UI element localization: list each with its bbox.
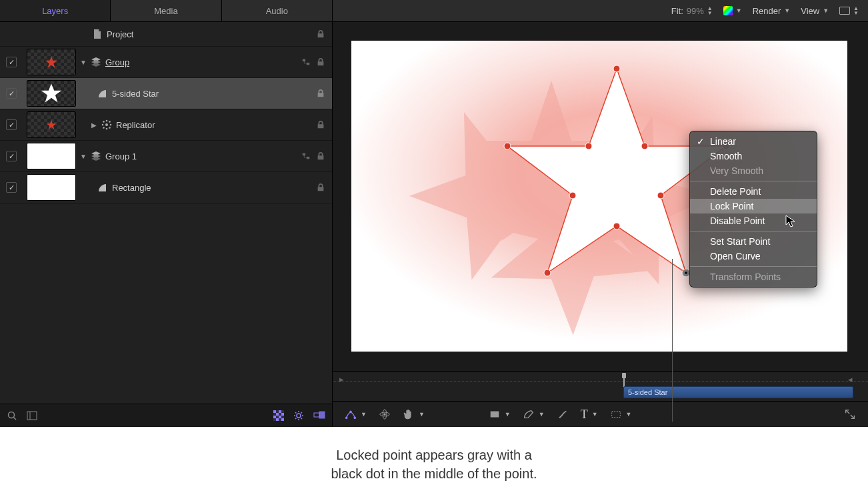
menu-item-linear[interactable]: Linear xyxy=(690,134,817,149)
tab-audio[interactable]: Audio xyxy=(222,0,332,21)
layers-sidebar: Layers Media Audio Project ✓ xyxy=(0,0,333,427)
svg-point-46 xyxy=(569,192,576,199)
layer-row-group[interactable]: ✓ ▼ Group xyxy=(0,47,332,78)
lock-icon[interactable] xyxy=(315,151,327,161)
svg-point-43 xyxy=(685,272,687,274)
lock-icon[interactable] xyxy=(315,29,327,39)
disclosure-right-icon[interactable]: ▶ xyxy=(91,121,97,129)
link-icon[interactable] xyxy=(300,57,312,67)
layer-list: Project ✓ ▼ Group ✓ xyxy=(0,22,332,404)
search-icon[interactable] xyxy=(7,410,17,421)
tab-media[interactable]: Media xyxy=(111,0,221,21)
callout-line xyxy=(672,259,673,422)
svg-rect-1 xyxy=(303,59,305,62)
display-control[interactable]: ▲▼ xyxy=(839,6,859,15)
visibility-checkbox[interactable]: ✓ xyxy=(6,119,17,130)
lock-icon[interactable] xyxy=(315,183,327,192)
mini-timeline[interactable]: ▸ ◂ 5-sided Star xyxy=(333,371,868,401)
tool-pan[interactable]: ▼ xyxy=(403,408,425,420)
svg-rect-15 xyxy=(307,157,309,159)
color-channel-control[interactable]: ▼ xyxy=(723,6,742,15)
screens-icon[interactable] xyxy=(313,411,325,420)
layer-row-rectangle[interactable]: ✓ Rectangle xyxy=(0,172,332,203)
rainbow-icon xyxy=(723,6,733,15)
svg-rect-27 xyxy=(276,418,279,421)
tool-3d-transform[interactable] xyxy=(379,408,391,420)
lock-icon[interactable] xyxy=(315,89,327,98)
svg-point-49 xyxy=(345,417,348,420)
svg-rect-30 xyxy=(314,413,319,417)
menu-item-very-smooth: Very Smooth xyxy=(690,163,817,178)
layer-label: Group xyxy=(105,57,129,67)
svg-point-9 xyxy=(110,124,112,126)
svg-rect-25 xyxy=(273,416,276,418)
svg-point-51 xyxy=(349,411,352,414)
layer-row-replicator[interactable]: ✓ ▶ Replicator xyxy=(0,109,332,141)
svg-marker-0 xyxy=(45,56,57,68)
checker-icon[interactable] xyxy=(273,410,284,421)
menu-item-transform-points: Transform Points xyxy=(690,270,817,284)
playhead[interactable] xyxy=(621,373,627,382)
svg-point-12 xyxy=(103,127,105,129)
stack-icon xyxy=(91,57,101,67)
svg-point-11 xyxy=(109,121,111,123)
layer-label: Rectangle xyxy=(112,183,151,193)
svg-marker-4 xyxy=(47,120,56,129)
svg-point-29 xyxy=(297,414,301,418)
view-menu[interactable]: View▼ xyxy=(801,6,829,16)
visibility-checkbox[interactable]: ✓ xyxy=(6,57,17,67)
sidebar-tabs: Layers Media Audio xyxy=(0,0,332,22)
menu-item-smooth[interactable]: Smooth xyxy=(690,149,817,163)
tool-edit-points[interactable]: ▼ xyxy=(345,408,367,420)
layer-row-project[interactable]: Project xyxy=(0,22,332,47)
lock-icon[interactable] xyxy=(315,57,327,67)
menu-item-delete-point[interactable]: Delete Point xyxy=(690,184,817,199)
tool-fullscreen[interactable] xyxy=(844,408,856,420)
render-menu[interactable]: Render▼ xyxy=(753,6,791,16)
svg-point-44 xyxy=(613,223,620,229)
tool-bezier[interactable]: ▼ xyxy=(523,408,545,420)
svg-point-8 xyxy=(102,124,104,126)
app-window: Layers Media Audio Project ✓ xyxy=(0,0,868,427)
tab-layers[interactable]: Layers xyxy=(0,0,111,21)
svg-line-17 xyxy=(14,418,17,420)
rect-icon xyxy=(97,182,108,193)
out-bracket-icon[interactable]: ◂ xyxy=(848,374,853,382)
menu-separator xyxy=(690,266,817,267)
canvas-toolbar: ▼ ▼ ▼ ▼ T▼ ▼ xyxy=(333,401,868,427)
caption: Locked point appears gray with a black d… xyxy=(0,427,868,483)
menu-separator xyxy=(690,231,817,231)
timeline-clip[interactable]: 5-sided Star xyxy=(623,386,853,398)
context-menu: Linear Smooth Very Smooth Delete Point L… xyxy=(689,131,817,288)
menu-item-lock-point[interactable]: Lock Point xyxy=(690,199,817,213)
menu-item-open-curve[interactable]: Open Curve xyxy=(690,249,817,264)
visibility-checkbox[interactable]: ✓ xyxy=(6,182,17,193)
visibility-checkbox[interactable]: ✓ xyxy=(6,151,17,161)
svg-point-41 xyxy=(657,192,664,199)
layer-row-star[interactable]: ✓ 5-sided Star xyxy=(0,78,332,109)
tool-text[interactable]: T▼ xyxy=(581,408,598,422)
tool-paintstroke[interactable] xyxy=(557,408,569,420)
link-icon[interactable] xyxy=(300,151,312,161)
svg-rect-2 xyxy=(307,63,309,65)
svg-rect-28 xyxy=(281,418,284,421)
menu-separator xyxy=(690,181,817,181)
layer-label: Project xyxy=(107,29,133,39)
visibility-checkbox[interactable]: ✓ xyxy=(6,88,17,99)
tool-mask[interactable]: ▼ xyxy=(610,408,632,420)
lock-icon[interactable] xyxy=(315,120,327,129)
tool-rectangle[interactable]: ▼ xyxy=(489,408,511,420)
svg-rect-31 xyxy=(319,412,325,418)
disclosure-down-icon[interactable]: ▼ xyxy=(80,59,87,66)
menu-item-disable-point[interactable]: Disable Point xyxy=(690,213,817,228)
disclosure-down-icon[interactable]: ▼ xyxy=(80,153,87,160)
svg-point-38 xyxy=(613,65,620,72)
layer-row-group1[interactable]: ✓ ▼ Group 1 xyxy=(0,141,332,172)
gear-icon[interactable] xyxy=(293,410,304,421)
svg-point-13 xyxy=(109,127,111,129)
menu-item-set-start-point[interactable]: Set Start Point xyxy=(690,234,817,249)
in-bracket-icon[interactable]: ▸ xyxy=(339,374,345,382)
fit-control[interactable]: Fit: 99% ▲▼ xyxy=(671,6,713,16)
panel-icon[interactable] xyxy=(27,411,37,420)
svg-rect-56 xyxy=(611,412,620,418)
